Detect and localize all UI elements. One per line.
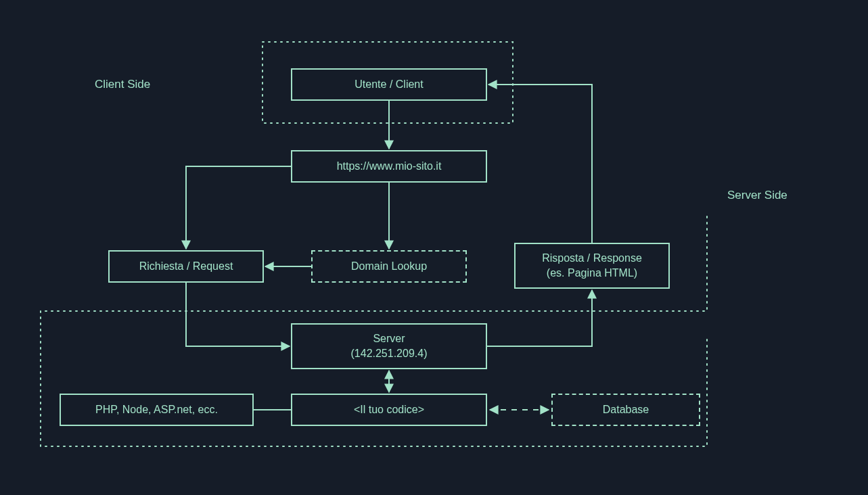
node-request-text: Richiesta / Request [139,259,233,274]
node-server-line1: Server [351,331,428,346]
node-server: Server (142.251.209.4) [291,323,487,369]
node-tech-text: PHP, Node, ASP.net, ecc. [95,402,218,417]
node-database-text: Database [603,402,649,417]
node-server-line2: (142.251.209.4) [351,346,428,361]
node-client: Utente / Client [291,68,487,101]
node-response: Risposta / Response (es. Pagina HTML) [514,243,670,289]
node-domain-lookup: Domain Lookup [311,250,467,283]
node-response-line1: Risposta / Response [542,251,642,266]
node-url: https://www.mio-sito.it [291,150,487,183]
edge-response-to-client [488,85,592,243]
node-url-text: https://www.mio-sito.it [337,159,442,174]
edge-url-to-request [186,166,291,249]
node-domain-lookup-text: Domain Lookup [351,259,427,274]
edge-server-to-response [487,290,592,346]
node-tech: PHP, Node, ASP.net, ecc. [60,394,254,426]
client-side-label: Client Side [95,78,150,91]
node-database: Database [551,394,700,426]
node-response-line2: (es. Pagina HTML) [542,266,642,281]
node-code: <Il tuo codice> [291,394,487,426]
server-side-label: Server Side [727,189,787,202]
node-client-text: Utente / Client [355,77,423,92]
edge-request-to-server [186,283,290,346]
node-code-text: <Il tuo codice> [354,402,424,417]
node-request: Richiesta / Request [108,250,264,283]
